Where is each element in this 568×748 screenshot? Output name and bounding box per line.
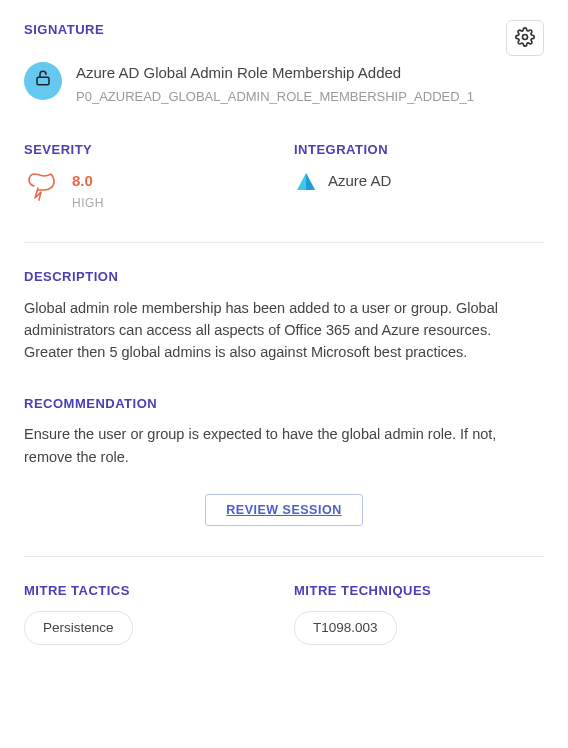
- gear-icon: [515, 27, 535, 50]
- azure-icon: [294, 170, 318, 194]
- integration-label: INTEGRATION: [294, 140, 544, 160]
- recommendation-text: Ensure the user or group is expected to …: [24, 423, 544, 468]
- lock-icon: [34, 69, 52, 93]
- severity-icon: [24, 170, 58, 202]
- signature-icon-badge: [24, 62, 62, 100]
- divider: [24, 556, 544, 557]
- severity-level: HIGH: [72, 194, 104, 212]
- review-session-button[interactable]: REVIEW SESSION: [205, 494, 362, 526]
- recommendation-label: RECOMMENDATION: [24, 394, 544, 414]
- settings-button[interactable]: [506, 20, 544, 56]
- description-text: Global admin role membership has been ad…: [24, 297, 544, 364]
- signature-label: SIGNATURE: [24, 20, 104, 40]
- severity-label: SEVERITY: [24, 140, 274, 160]
- mitre-tactic-tag[interactable]: Persistence: [24, 611, 133, 645]
- mitre-tactics-label: MITRE TACTICS: [24, 581, 274, 601]
- severity-score: 8.0: [72, 170, 104, 193]
- svg-point-0: [523, 34, 528, 39]
- signature-id: P0_AZUREAD_GLOBAL_ADMIN_ROLE_MEMBERSHIP_…: [76, 87, 544, 107]
- signature-title: Azure AD Global Admin Role Membership Ad…: [76, 62, 544, 85]
- mitre-technique-tag[interactable]: T1098.003: [294, 611, 397, 645]
- divider: [24, 242, 544, 243]
- description-label: DESCRIPTION: [24, 267, 544, 287]
- integration-name: Azure AD: [328, 170, 391, 193]
- svg-rect-1: [37, 77, 49, 85]
- mitre-techniques-label: MITRE TECHNIQUES: [294, 581, 544, 601]
